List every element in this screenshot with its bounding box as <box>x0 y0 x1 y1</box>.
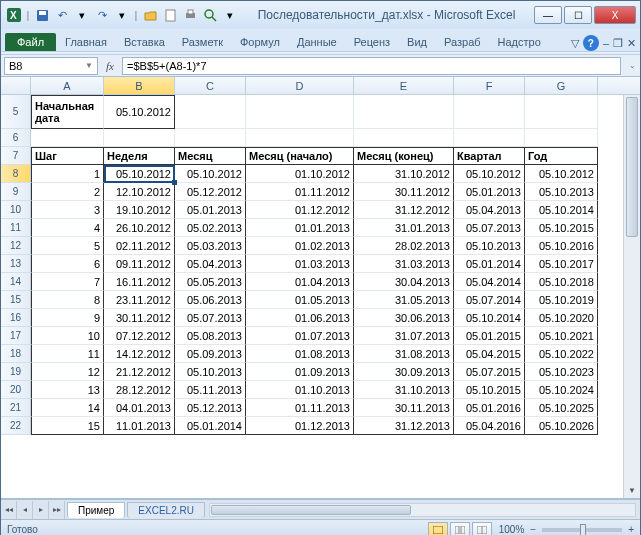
cell[interactable] <box>354 129 454 147</box>
cell[interactable]: 05.06.2013 <box>175 291 246 309</box>
close-button[interactable]: X <box>594 6 636 24</box>
row-header[interactable]: 6 <box>1 129 31 147</box>
table-header[interactable]: Месяц (конец) <box>354 147 454 165</box>
insert-function-button[interactable]: fx <box>101 60 119 72</box>
redo-dropdown-icon[interactable]: ▾ <box>113 6 131 24</box>
cell[interactable]: 05.10.2012 <box>175 165 246 183</box>
cell[interactable]: 21.12.2012 <box>104 363 175 381</box>
cell[interactable]: 02.11.2012 <box>104 237 175 255</box>
table-header[interactable]: Квартал <box>454 147 525 165</box>
cell[interactable] <box>175 95 246 129</box>
doc-restore-icon[interactable]: ❐ <box>613 37 623 50</box>
fill-handle[interactable] <box>172 180 177 185</box>
cell[interactable]: 30.09.2013 <box>354 363 454 381</box>
cell[interactable]: 10 <box>31 327 104 345</box>
cell[interactable]: 05.10.2025 <box>525 399 598 417</box>
table-header[interactable]: Неделя <box>104 147 175 165</box>
tab-view[interactable]: Вид <box>399 33 435 51</box>
row-header[interactable]: 9 <box>1 183 31 201</box>
row-header[interactable]: 13 <box>1 255 31 273</box>
cell[interactable]: 05.01.2014 <box>454 255 525 273</box>
cell[interactable]: 05.01.2013 <box>175 201 246 219</box>
cell[interactable]: 05.10.2023 <box>525 363 598 381</box>
cell[interactable]: 05.10.2019 <box>525 291 598 309</box>
view-layout-button[interactable] <box>450 522 470 536</box>
cell[interactable]: 05.04.2016 <box>454 417 525 435</box>
horizontal-scrollbar[interactable] <box>209 503 636 517</box>
cell[interactable]: 01.04.2013 <box>246 273 354 291</box>
cell[interactable]: 05.10.2012 <box>525 165 598 183</box>
cell[interactable]: 6 <box>31 255 104 273</box>
cell[interactable]: 16.11.2012 <box>104 273 175 291</box>
cell[interactable] <box>175 129 246 147</box>
zoom-level[interactable]: 100% <box>499 524 525 535</box>
cell[interactable]: 31.03.2013 <box>354 255 454 273</box>
maximize-button[interactable]: ☐ <box>564 6 592 24</box>
cell[interactable]: 05.04.2014 <box>454 273 525 291</box>
open-icon[interactable] <box>141 6 159 24</box>
cell[interactable]: 05.10.2013 <box>525 183 598 201</box>
sheet-tab-active[interactable]: Пример <box>67 502 125 518</box>
ribbon-minimize-icon[interactable]: ▽ <box>571 37 579 50</box>
cell[interactable]: 05.10.2013 <box>454 237 525 255</box>
cell[interactable] <box>31 129 104 147</box>
cell[interactable]: 30.11.2012 <box>104 309 175 327</box>
doc-close-icon[interactable]: ✕ <box>627 37 636 50</box>
cell[interactable]: 8 <box>31 291 104 309</box>
cell[interactable]: 3 <box>31 201 104 219</box>
cell[interactable]: 05.10.2016 <box>525 237 598 255</box>
cell[interactable]: 05.10.2026 <box>525 417 598 435</box>
scroll-thumb[interactable] <box>626 97 638 237</box>
minimize-button[interactable]: — <box>534 6 562 24</box>
cell[interactable]: 11 <box>31 345 104 363</box>
select-all-corner[interactable] <box>1 77 31 94</box>
cell[interactable]: 13 <box>31 381 104 399</box>
row-header[interactable]: 15 <box>1 291 31 309</box>
cell[interactable]: 01.05.2013 <box>246 291 354 309</box>
cell[interactable]: 05.09.2013 <box>175 345 246 363</box>
cell[interactable] <box>525 129 598 147</box>
cell[interactable]: 01.12.2012 <box>246 201 354 219</box>
cell[interactable] <box>246 95 354 129</box>
cell[interactable]: 30.11.2012 <box>354 183 454 201</box>
row-header[interactable]: 7 <box>1 147 31 165</box>
cell[interactable]: 05.07.2015 <box>454 363 525 381</box>
zoom-slider[interactable] <box>542 528 622 532</box>
cell[interactable] <box>454 129 525 147</box>
worksheet-grid[interactable]: A B C D E F G 5 6 7 8 9 10 11 12 13 14 1… <box>1 77 640 499</box>
cell[interactable]: 05.12.2013 <box>175 399 246 417</box>
col-header-C[interactable]: C <box>175 77 246 94</box>
cell[interactable]: 01.03.2013 <box>246 255 354 273</box>
cell[interactable]: 31.12.2013 <box>354 417 454 435</box>
cell[interactable]: 05.03.2013 <box>175 237 246 255</box>
sheet-nav-first[interactable]: ◂◂ <box>1 501 17 519</box>
cell[interactable]: 01.08.2013 <box>246 345 354 363</box>
row-header[interactable]: 21 <box>1 399 31 417</box>
cell[interactable]: 09.11.2012 <box>104 255 175 273</box>
cell[interactable]: 30.04.2013 <box>354 273 454 291</box>
row-header[interactable]: 20 <box>1 381 31 399</box>
table-header[interactable]: Год <box>525 147 598 165</box>
cell[interactable]: 01.07.2013 <box>246 327 354 345</box>
doc-minimize-icon[interactable]: – <box>603 37 609 49</box>
cell[interactable]: 12 <box>31 363 104 381</box>
table-header[interactable]: Месяц <box>175 147 246 165</box>
table-header[interactable]: Шаг <box>31 147 104 165</box>
cell[interactable]: 05.07.2014 <box>454 291 525 309</box>
cell[interactable]: 05.10.2017 <box>525 255 598 273</box>
name-box[interactable]: B8 ▼ <box>4 57 98 75</box>
cell[interactable]: 19.10.2012 <box>104 201 175 219</box>
vertical-scrollbar[interactable]: ▲ ▼ <box>623 95 640 498</box>
cell[interactable] <box>525 95 598 129</box>
tab-review[interactable]: Реценз <box>346 33 398 51</box>
tab-formulas[interactable]: Формул <box>232 33 288 51</box>
row-header[interactable]: 16 <box>1 309 31 327</box>
tab-insert[interactable]: Вставка <box>116 33 173 51</box>
expand-formula-bar-icon[interactable]: ⌄ <box>624 61 640 70</box>
col-header-A[interactable]: A <box>31 77 104 94</box>
cell[interactable]: 05.10.2020 <box>525 309 598 327</box>
cell[interactable]: 05.07.2013 <box>454 219 525 237</box>
tab-developer[interactable]: Разраб <box>436 33 489 51</box>
col-header-B[interactable]: B <box>104 77 175 94</box>
view-normal-button[interactable] <box>428 522 448 536</box>
